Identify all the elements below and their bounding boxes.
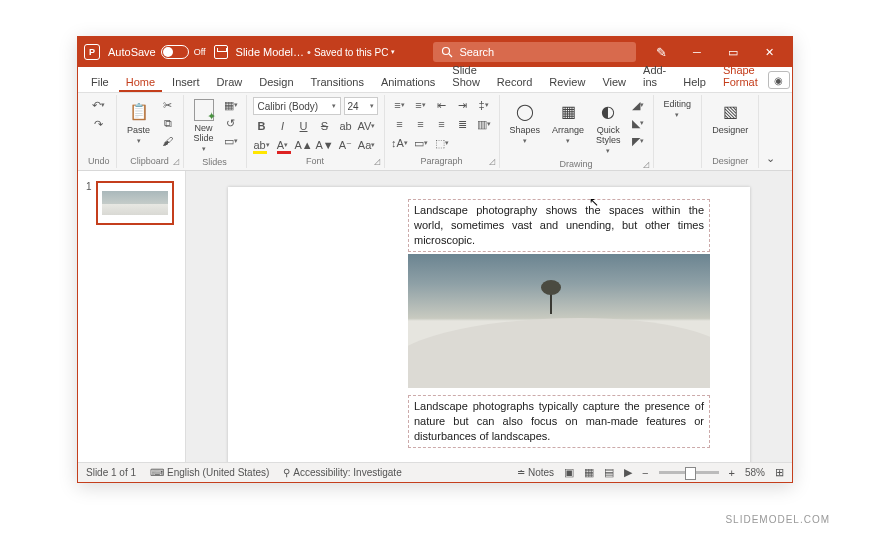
arrange-button[interactable]: ▦Arrange▾: [548, 97, 588, 147]
font-color-button[interactable]: A▾: [274, 137, 292, 153]
tab-help[interactable]: Help: [676, 71, 713, 92]
dialog-launcher-icon[interactable]: ◿: [489, 157, 495, 166]
textbox-top[interactable]: Landscape photography shows the spaces w…: [408, 199, 710, 252]
slideshow-view-button[interactable]: ▶: [624, 466, 632, 479]
increase-indent-button[interactable]: ⇥: [454, 97, 472, 113]
dialog-launcher-icon[interactable]: ◿: [374, 157, 380, 166]
format-painter-button[interactable]: 🖌: [159, 133, 177, 149]
slide-position[interactable]: Slide 1 of 1: [86, 467, 136, 478]
highlight-button[interactable]: ab▾: [253, 137, 271, 153]
shape-fill-button[interactable]: ◢▾: [629, 97, 647, 113]
tab-draw[interactable]: Draw: [210, 71, 250, 92]
sorter-view-button[interactable]: ▦: [584, 466, 594, 479]
designer-button[interactable]: ▧Designer: [708, 97, 752, 137]
slide-thumbnail[interactable]: [96, 181, 174, 225]
editing-button[interactable]: Editing▾: [660, 97, 696, 121]
dialog-launcher-icon[interactable]: ◿: [173, 157, 179, 166]
title-bar: P AutoSave Off Slide Model… • Saved to t…: [78, 37, 792, 67]
align-center-button[interactable]: ≡: [412, 116, 430, 132]
tab-view[interactable]: View: [595, 71, 633, 92]
clipboard-icon: 📋: [127, 99, 151, 123]
tab-insert[interactable]: Insert: [165, 71, 207, 92]
tab-animations[interactable]: Animations: [374, 71, 442, 92]
grow-font-button[interactable]: A▲: [295, 137, 313, 153]
font-size-select[interactable]: 24▾: [344, 97, 378, 115]
status-bar: Slide 1 of 1 ⌨English (United States) ⚲A…: [78, 462, 792, 482]
slide-canvas-area[interactable]: Landscape photography shows the spaces w…: [186, 171, 792, 462]
tab-home[interactable]: Home: [119, 71, 162, 92]
redo-button[interactable]: ↷: [90, 116, 108, 132]
tab-record[interactable]: Record: [490, 71, 539, 92]
smartart-button[interactable]: ⬚▾: [433, 135, 451, 151]
zoom-level[interactable]: 58%: [745, 467, 765, 478]
shadow-button[interactable]: ab: [337, 118, 355, 134]
camera-icon[interactable]: ◉: [768, 71, 790, 89]
save-icon[interactable]: [214, 45, 228, 59]
toggle-off-icon: [161, 45, 189, 59]
fit-to-window-button[interactable]: ⊞: [775, 466, 784, 479]
align-right-button[interactable]: ≡: [433, 116, 451, 132]
language-status[interactable]: ⌨English (United States): [150, 467, 269, 478]
shapes-icon: ◯: [513, 99, 537, 123]
underline-button[interactable]: U: [295, 118, 313, 134]
zoom-out-button[interactable]: −: [642, 467, 648, 479]
shape-outline-button[interactable]: ◣▾: [629, 115, 647, 131]
section-button[interactable]: ▭▾: [222, 133, 240, 149]
group-font: Calibri (Body)▾ 24▾ B I U S ab AV▾ ab▾ A…: [247, 95, 385, 168]
numbering-button[interactable]: ≡▾: [412, 97, 430, 113]
layout-button[interactable]: ▦▾: [222, 97, 240, 113]
notes-button[interactable]: ≐ Notes: [517, 467, 554, 478]
reset-button[interactable]: ↺: [222, 115, 240, 131]
undo-button[interactable]: ↶▾: [90, 97, 108, 113]
line-spacing-button[interactable]: ‡▾: [475, 97, 493, 113]
thumbnail-pane[interactable]: 1: [78, 171, 186, 462]
shapes-button[interactable]: ◯Shapes▾: [506, 97, 545, 147]
group-slides: ✦ New Slide▾ ▦▾ ↺ ▭▾ Slides: [184, 95, 247, 168]
change-case-button[interactable]: Aa▾: [358, 137, 376, 153]
bold-button[interactable]: B: [253, 118, 271, 134]
tab-design[interactable]: Design: [252, 71, 300, 92]
watermark: SLIDEMODEL.COM: [725, 514, 830, 525]
zoom-in-button[interactable]: +: [729, 467, 735, 479]
new-slide-button[interactable]: ✦ New Slide▾: [190, 97, 218, 155]
document-title[interactable]: Slide Model… • Saved to this PC ▾: [236, 46, 396, 58]
font-family-select[interactable]: Calibri (Body)▾: [253, 97, 341, 115]
shrink-font-button[interactable]: A▼: [316, 137, 334, 153]
copy-button[interactable]: ⧉: [159, 115, 177, 131]
thumbnail-image: [102, 191, 168, 215]
tab-slideshow[interactable]: Slide Show: [445, 59, 487, 92]
collapse-ribbon-button[interactable]: ⌄: [761, 150, 779, 166]
clear-format-button[interactable]: A⁻: [337, 137, 355, 153]
strike-button[interactable]: S: [316, 118, 334, 134]
svg-point-0: [443, 48, 450, 55]
accessibility-status[interactable]: ⚲Accessibility: Investigate: [283, 467, 401, 478]
slide-image[interactable]: [408, 254, 710, 388]
justify-button[interactable]: ≣: [454, 116, 472, 132]
shape-effects-button[interactable]: ◤▾: [629, 133, 647, 149]
minimize-button[interactable]: ─: [680, 37, 714, 67]
paste-button[interactable]: 📋 Paste▾: [123, 97, 155, 147]
tab-addins[interactable]: Add-ins: [636, 59, 673, 92]
spacing-button[interactable]: AV▾: [358, 118, 376, 134]
decrease-indent-button[interactable]: ⇤: [433, 97, 451, 113]
dialog-launcher-icon[interactable]: ◿: [643, 160, 649, 169]
tab-review[interactable]: Review: [542, 71, 592, 92]
reading-view-button[interactable]: ▤: [604, 466, 614, 479]
tab-shape-format[interactable]: Shape Format: [716, 59, 765, 92]
align-left-button[interactable]: ≡: [391, 116, 409, 132]
search-placeholder: Search: [459, 46, 494, 58]
bullets-button[interactable]: ≡▾: [391, 97, 409, 113]
tab-file[interactable]: File: [84, 71, 116, 92]
textbox-bottom[interactable]: Landscape photographs typically capture …: [408, 395, 710, 448]
quick-styles-button[interactable]: ◐Quick Styles▾: [592, 97, 625, 157]
columns-button[interactable]: ▥▾: [475, 116, 493, 132]
zoom-slider[interactable]: [659, 471, 719, 474]
normal-view-button[interactable]: ▣: [564, 466, 574, 479]
tab-transitions[interactable]: Transitions: [304, 71, 371, 92]
cut-button[interactable]: ✂: [159, 97, 177, 113]
slide[interactable]: Landscape photography shows the spaces w…: [228, 187, 750, 462]
autosave-toggle[interactable]: AutoSave Off: [108, 45, 206, 59]
italic-button[interactable]: I: [274, 118, 292, 134]
text-direction-button[interactable]: ↕A▾: [391, 135, 409, 151]
align-text-button[interactable]: ▭▾: [412, 135, 430, 151]
